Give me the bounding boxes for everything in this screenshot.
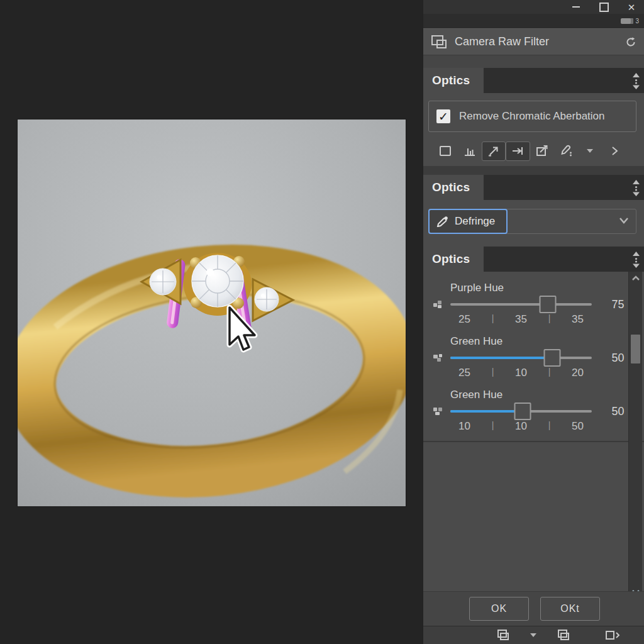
optics-section-2: Defringe: [423, 200, 644, 247]
diagonal-arrow-icon: [486, 143, 501, 158]
chromatic-checkbox[interactable]: ✓: [436, 109, 450, 123]
slider-track[interactable]: [450, 402, 592, 420]
empty-panel-area: [423, 442, 644, 591]
center-diamond: [192, 255, 243, 307]
copy-layers-icon: [557, 629, 570, 641]
swatch-cluster-icon: [432, 406, 443, 416]
chevron-up-icon: [631, 275, 640, 281]
ring-photo-art: [18, 119, 406, 506]
crop-frame-icon: [438, 143, 453, 158]
defringe-button[interactable]: Defringe: [428, 209, 508, 234]
camera-raw-panel: ✕ 3 Camera Raw Filter Optics ✓ Remove Ch: [423, 0, 644, 644]
histogram-icon: [462, 143, 477, 158]
panel-scrubber-icon[interactable]: [632, 252, 640, 268]
square-chevron-icon: [604, 629, 621, 641]
footer-button-row: OK OKt: [423, 591, 644, 626]
ok-button-2[interactable]: OKt: [540, 597, 600, 621]
diagonal-arrow-tool[interactable]: [482, 142, 506, 161]
maximize-icon: [599, 3, 609, 12]
scroll-up-button[interactable]: [629, 275, 642, 281]
slider-thumb[interactable]: [544, 349, 561, 367]
scrollbar-thumb[interactable]: [631, 335, 640, 364]
sampler-eyedropper-icon: [558, 143, 574, 158]
optics-section-3: Purple Hue 75 25|35|35 Green Hue: [423, 272, 644, 441]
filter-header: Camera Raw Filter: [423, 28, 644, 55]
slider-ticks: 25|10|20: [450, 367, 592, 379]
arrow-bar-icon: [510, 143, 525, 158]
chevron-right-icon: [609, 145, 620, 157]
copy-layers-icon: [431, 35, 447, 50]
swatch-cluster-icon: [432, 299, 443, 309]
status-badge: [621, 18, 633, 24]
optics-tabrow-3: Optics: [423, 247, 644, 272]
slider-track[interactable]: [450, 296, 592, 313]
slider-thumb[interactable]: [540, 296, 557, 313]
slider-green-hue-1: Green Hue 50 25|10|20: [423, 334, 644, 379]
section-gap-1: [423, 166, 644, 175]
slider-label: Green Hue: [450, 334, 644, 349]
window-titlebar: ✕: [423, 0, 644, 14]
slider-track[interactable]: [450, 349, 592, 367]
defringe-eyedropper-icon: [436, 215, 449, 228]
expand-view-button[interactable]: [602, 627, 623, 643]
toolbar-dropdown[interactable]: [578, 142, 602, 161]
window-substrip: 3: [423, 14, 644, 28]
slider-ticks: 10|10|50: [450, 420, 592, 433]
crop-frame-tool[interactable]: [433, 142, 457, 161]
check-icon: ✓: [438, 111, 448, 123]
layers-copy-button[interactable]: [492, 627, 514, 643]
tab-optics-3[interactable]: Optics: [423, 247, 484, 272]
slider-purple-hue: Purple Hue 75 25|35|35: [423, 280, 644, 326]
chromatic-aberration-group[interactable]: ✓ Remove Chromatic Aberbation: [428, 101, 636, 132]
histogram-tool[interactable]: [457, 142, 481, 161]
status-badge-count: 3: [635, 18, 639, 25]
refresh-icon[interactable]: [625, 36, 636, 48]
panel-scrubber-icon[interactable]: [632, 180, 640, 196]
close-button[interactable]: ✕: [626, 2, 636, 12]
document-canvas: [0, 0, 423, 644]
sampler-tool[interactable]: [554, 142, 578, 161]
statusbar-dropdown[interactable]: [523, 627, 544, 643]
copy-layers-icon: [496, 629, 510, 641]
tab-optics-2[interactable]: Optics: [423, 175, 484, 200]
ok-button[interactable]: OK: [469, 597, 529, 621]
slider-thumb[interactable]: [514, 402, 531, 420]
swatch-cluster-icon: [432, 353, 443, 363]
layers-copy-button-2[interactable]: [553, 627, 574, 643]
chevron-down-icon: [618, 217, 630, 225]
panel-scrubber-icon[interactable]: [632, 73, 640, 89]
bottom-statusbar: [423, 626, 644, 644]
chromatic-checkbox-label: Remove Chromatic Aberbation: [459, 110, 605, 123]
arrow-bar-tool[interactable]: [506, 142, 530, 161]
export-frame-icon: [535, 143, 550, 158]
filter-title: Camera Raw Filter: [455, 35, 618, 48]
export-frame-tool[interactable]: [530, 142, 554, 161]
slider-fill: [450, 410, 518, 413]
slider-fill: [450, 357, 550, 359]
optics-section-1: ✓ Remove Chromatic Aberbation: [423, 93, 644, 166]
slider-label: Green Hue: [450, 387, 644, 402]
optics-tabrow-1: Optics: [423, 68, 644, 93]
dropdown-caret-icon: [587, 149, 593, 153]
toolbar-expand[interactable]: [602, 142, 626, 161]
slider-label: Purple Hue: [450, 280, 644, 296]
minimize-button[interactable]: [571, 2, 581, 12]
defringe-label: Defringe: [455, 215, 495, 228]
maximize-button[interactable]: [599, 2, 609, 12]
close-icon: ✕: [628, 3, 636, 12]
optics-toolbar: [423, 140, 636, 162]
slider-green-hue-2: Green Hue 50 10|10|50: [423, 387, 644, 433]
panel-scrollbar[interactable]: [628, 272, 642, 599]
minimize-icon: [572, 6, 580, 8]
optics-tabrow-2: Optics: [423, 175, 644, 200]
dropdown-caret-icon: [530, 633, 536, 637]
defringe-dropdown[interactable]: Defringe: [428, 209, 636, 234]
tab-optics-1[interactable]: Optics: [423, 68, 484, 93]
ring-photo[interactable]: [18, 119, 406, 506]
slider-ticks: 25|35|35: [450, 313, 592, 326]
